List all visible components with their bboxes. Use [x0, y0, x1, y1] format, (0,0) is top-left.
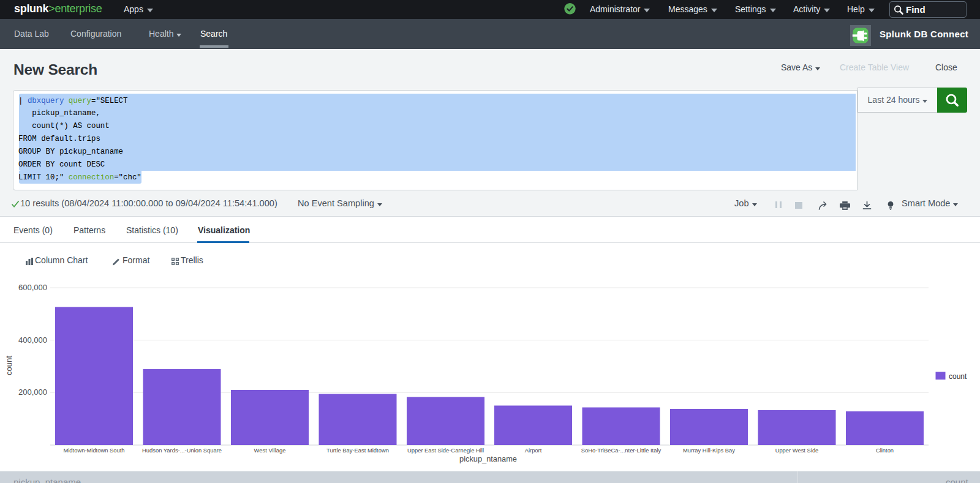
svg-text:Murray Hill-Kips Bay: Murray Hill-Kips Bay — [683, 447, 735, 454]
svg-text:Turtle Bay-East Midtown: Turtle Bay-East Midtown — [326, 447, 389, 454]
svg-text:Clinton: Clinton — [876, 447, 894, 454]
svg-text:count: count — [4, 356, 13, 375]
svg-text:200,000: 200,000 — [18, 388, 47, 397]
svg-text:SoHo-TriBeCa-...nter-Little It: SoHo-TriBeCa-...nter-Little Italy — [581, 447, 662, 454]
svg-text:Upper West Side: Upper West Side — [775, 447, 819, 454]
svg-text:pickup_ntaname: pickup_ntaname — [459, 454, 517, 463]
svg-text:600,000: 600,000 — [18, 283, 47, 292]
svg-text:400,000: 400,000 — [18, 335, 47, 345]
svg-text:count: count — [949, 372, 967, 381]
svg-text:Midtown-Midtown South: Midtown-Midtown South — [63, 447, 124, 454]
svg-text:West Village: West Village — [254, 447, 286, 454]
svg-text:Upper East Side-Carnegie Hill: Upper East Side-Carnegie Hill — [407, 447, 484, 454]
svg-text:Hudson Yards-...-Union Square: Hudson Yards-...-Union Square — [142, 447, 222, 454]
svg-text:Airport: Airport — [525, 447, 542, 454]
